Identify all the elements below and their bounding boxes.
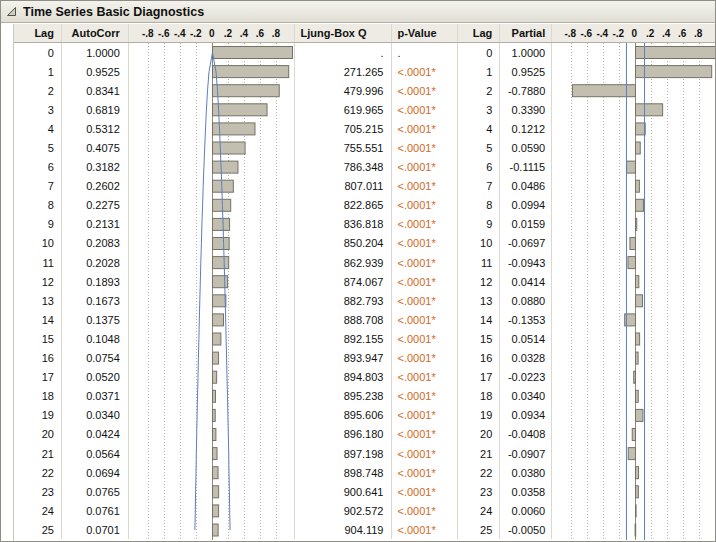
- cell-lag: 2: [14, 81, 62, 100]
- outline-title-bar[interactable]: Time Series Basic Diagnostics: [1, 1, 715, 23]
- cell-lag-2: 8: [458, 196, 500, 215]
- cell-partial: -0.0697: [500, 234, 552, 253]
- cell-lag: 5: [14, 138, 62, 157]
- table-row: 70.2602807.011<.0001*70.0486: [14, 177, 716, 196]
- partial-bar-cell: [552, 310, 716, 329]
- table-row: 240.0761902.572<.0001*240.0060: [14, 501, 716, 520]
- partial-bar-cell: [552, 368, 716, 387]
- cell-autocorr: 0.0520: [62, 368, 129, 387]
- cell-lag: 7: [14, 177, 62, 196]
- cell-p-value: <.0001*: [392, 138, 458, 157]
- cell-ljung-box-q: 904.119: [295, 520, 393, 539]
- autocorr-bar-cell: [129, 138, 295, 157]
- header-lag: Lag: [14, 24, 62, 42]
- cell-autocorr: 0.1673: [62, 291, 129, 310]
- cell-p-value: <.0001*: [392, 81, 458, 100]
- cell-lag: 20: [14, 425, 62, 444]
- partial-axis-header: -.8-.6-.4-.20.2.4.6.8: [552, 24, 716, 42]
- axis-tick-label: -.4: [174, 28, 186, 39]
- cell-ljung-box-q: 479.996: [295, 81, 393, 100]
- cell-lag-2: 10: [458, 234, 500, 253]
- cell-autocorr: 0.1048: [62, 329, 129, 348]
- partial-bar-cell: [552, 501, 716, 520]
- axis-tick-label: 0: [631, 28, 637, 39]
- cell-ljung-box-q: 895.238: [295, 387, 393, 406]
- autocorr-bar-cell: [129, 425, 295, 444]
- partial-bar-cell: [552, 196, 716, 215]
- cell-p-value: <.0001*: [392, 501, 458, 520]
- axis-tick-label: .4: [240, 28, 248, 39]
- cell-partial: -0.0907: [500, 444, 552, 463]
- partial-bar-cell: [552, 406, 716, 425]
- cell-lag-2: 14: [458, 310, 500, 329]
- cell-autocorr: 0.0371: [62, 387, 129, 406]
- cell-p-value: <.0001*: [392, 349, 458, 368]
- axis-tick-label: .8: [272, 28, 280, 39]
- autocorr-axis-header: -.8-.6-.4-.20.2.4.6.8: [129, 24, 295, 42]
- cell-lag-2: 5: [458, 138, 500, 157]
- autocorr-bar-cell: [129, 119, 295, 138]
- cell-lag: 11: [14, 253, 62, 272]
- cell-autocorr: 0.1893: [62, 272, 129, 291]
- cell-lag: 21: [14, 444, 62, 463]
- cell-p-value: <.0001*: [392, 520, 458, 539]
- cell-autocorr: 0.6819: [62, 100, 129, 119]
- cell-partial: -0.0408: [500, 425, 552, 444]
- autocorr-bar-cell: [129, 234, 295, 253]
- table-row: 01.0000..01.0000: [14, 43, 716, 62]
- partial-bar-cell: [552, 444, 716, 463]
- cell-lag-2: 16: [458, 349, 500, 368]
- table-row: 110.2028862.939<.0001*11-0.0943: [14, 253, 716, 272]
- axis-tick-label: -.6: [158, 28, 170, 39]
- cell-partial: 0.0358: [500, 482, 552, 501]
- cell-ljung-box-q: 786.348: [295, 158, 393, 177]
- cell-autocorr: 0.1375: [62, 310, 129, 329]
- disclosure-triangle-icon[interactable]: [6, 6, 17, 17]
- axis-tick-label: .8: [694, 28, 702, 39]
- axis-tick-label: .2: [224, 28, 232, 39]
- cell-p-value: <.0001*: [392, 425, 458, 444]
- table-row: 220.0694898.748<.0001*220.0380: [14, 463, 716, 482]
- autocorr-bar-cell: [129, 368, 295, 387]
- cell-lag: 8: [14, 196, 62, 215]
- cell-autocorr: 0.0761: [62, 501, 129, 520]
- cell-autocorr: 0.0754: [62, 349, 129, 368]
- cell-lag: 19: [14, 406, 62, 425]
- header-autocorr: AutoCorr: [62, 24, 129, 42]
- autocorr-bar-cell: [129, 501, 295, 520]
- cell-ljung-box-q: 897.198: [295, 444, 393, 463]
- cell-lag: 1: [14, 62, 62, 81]
- cell-p-value: <.0001*: [392, 387, 458, 406]
- table-row: 190.0340895.606<.0001*190.0934: [14, 406, 716, 425]
- autocorr-bar-cell: [129, 291, 295, 310]
- cell-p-value: <.0001*: [392, 234, 458, 253]
- cell-autocorr: 0.0701: [62, 520, 129, 539]
- autocorr-bar-cell: [129, 100, 295, 119]
- partial-bar-cell: [552, 425, 716, 444]
- cell-ljung-box-q: 850.204: [295, 234, 393, 253]
- cell-lag-2: 17: [458, 368, 500, 387]
- cell-p-value: <.0001*: [392, 482, 458, 501]
- cell-autocorr: 1.0000: [62, 43, 129, 62]
- autocorr-bar-cell: [129, 520, 295, 539]
- partial-bar-cell: [552, 463, 716, 482]
- autocorr-bar-cell: [129, 81, 295, 100]
- cell-lag-2: 19: [458, 406, 500, 425]
- cell-lag: 18: [14, 387, 62, 406]
- cell-p-value: <.0001*: [392, 463, 458, 482]
- cell-partial: 0.0590: [500, 138, 552, 157]
- cell-partial: -0.0223: [500, 368, 552, 387]
- partial-bar-cell: [552, 349, 716, 368]
- axis-tick-label: .6: [678, 28, 686, 39]
- table-row: 160.0754893.947<.0001*160.0328: [14, 349, 716, 368]
- partial-bar-cell: [552, 234, 716, 253]
- cell-ljung-box-q: 874.067: [295, 272, 393, 291]
- table-row: 80.2275822.865<.0001*80.0994: [14, 196, 716, 215]
- autocorr-bar-cell: [129, 253, 295, 272]
- cell-partial: 0.0934: [500, 406, 552, 425]
- partial-bar-cell: [552, 253, 716, 272]
- cell-partial: 0.0340: [500, 387, 552, 406]
- table-row: 40.5312705.215<.0001*40.1212: [14, 119, 716, 138]
- cell-p-value: <.0001*: [392, 119, 458, 138]
- cell-ljung-box-q: 807.011: [295, 177, 393, 196]
